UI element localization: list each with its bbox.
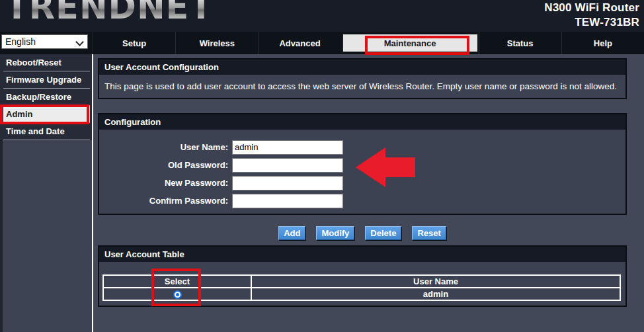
confirm-password-label: Confirm Password: — [99, 196, 232, 206]
column-header-select: Select — [103, 275, 251, 288]
tab-setup[interactable]: Setup — [93, 32, 175, 54]
sidebar-content-divider — [92, 54, 93, 332]
old-password-field[interactable] — [232, 158, 343, 173]
sidebar-item-reboot-reset[interactable]: Reboot/Reset — [3, 54, 90, 71]
user-account-table-panel: User Account Table Select User Name admi… — [98, 245, 627, 307]
modify-button[interactable]: Modify — [316, 226, 354, 240]
delete-button[interactable]: Delete — [365, 226, 401, 240]
user-select-radio[interactable] — [173, 290, 182, 299]
product-line1: N300 WiFi Router — [544, 1, 639, 15]
table-row: admin — [103, 288, 620, 300]
user-name-field[interactable] — [232, 140, 343, 155]
user-account-configuration-panel: User Account Configuration This page is … — [98, 58, 627, 99]
tab-status[interactable]: Status — [479, 32, 561, 54]
trendnet-logo: TRENDNET — [5, 0, 213, 26]
new-password-field[interactable] — [232, 176, 343, 190]
user-name-label: User Name: — [99, 142, 232, 152]
sidebar-item-backup-restore[interactable]: Backup/Restore — [3, 89, 90, 106]
select-cell — [103, 288, 251, 300]
sidebar-menu: Reboot/Reset Firmware Upgrade Backup/Res… — [0, 54, 92, 140]
configuration-form: User Name: Old Password: New Password: C… — [99, 130, 625, 210]
product-line2: TEW-731BR — [544, 15, 639, 30]
sidebar: Reboot/Reset Firmware Upgrade Backup/Res… — [0, 54, 92, 332]
form-row-confirm-password: Confirm Password: — [99, 192, 625, 210]
tab-help[interactable]: Help — [561, 32, 644, 54]
sidebar-item-firmware-upgrade[interactable]: Firmware Upgrade — [3, 71, 90, 89]
action-button-row: Add Modify Delete Reset — [98, 226, 627, 240]
nav-tabs: Setup Wireless Advanced Maintenance Stat… — [93, 32, 644, 54]
sidebar-item-admin[interactable]: Admin — [3, 106, 90, 123]
sidebar-item-time-and-date[interactable]: Time and Date — [3, 123, 90, 140]
user-account-table: Select User Name admin — [102, 274, 621, 301]
language-select[interactable]: English — [1, 34, 88, 49]
table-header-row: Select User Name — [103, 275, 620, 288]
panel-title-configuration: Configuration — [99, 114, 625, 130]
reset-button[interactable]: Reset — [412, 226, 446, 240]
product-name: N300 WiFi Router TEW-731BR — [544, 1, 639, 30]
user-name-cell: admin — [251, 288, 620, 300]
form-row-user-name: User Name: — [99, 138, 625, 156]
confirm-password-field[interactable] — [232, 194, 343, 208]
panel-title-user-account-configuration: User Account Configuration — [99, 60, 625, 75]
new-password-label: New Password: — [99, 178, 232, 188]
tab-maintenance[interactable]: Maintenance — [342, 34, 477, 52]
form-row-old-password: Old Password: — [99, 156, 625, 174]
tab-wireless[interactable]: Wireless — [175, 32, 258, 54]
old-password-label: Old Password: — [99, 160, 232, 170]
tab-advanced[interactable]: Advanced — [258, 32, 341, 54]
panel-description: This page is used to add user account to… — [99, 75, 625, 91]
panel-title-user-account-table: User Account Table — [99, 247, 625, 262]
add-button[interactable]: Add — [278, 226, 305, 240]
language-select-value: English — [5, 36, 36, 47]
form-row-new-password: New Password: — [99, 174, 625, 192]
configuration-panel: Configuration User Name: Old Password: N… — [98, 113, 627, 215]
column-header-user-name: User Name — [251, 275, 620, 288]
chevron-down-icon — [75, 38, 84, 46]
